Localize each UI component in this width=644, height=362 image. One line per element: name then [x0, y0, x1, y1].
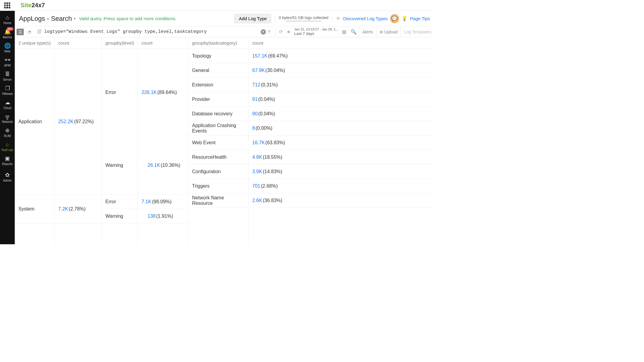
count-link[interactable]: 4.8K	[252, 154, 262, 160]
count-link[interactable]: 157.1K	[252, 53, 268, 59]
sidebar-item-applogs[interactable]: ⌕AppLogs	[0, 139, 15, 153]
network-icon: ╦	[0, 113, 15, 120]
sidebar-item-web[interactable]: 🌐Web	[0, 41, 15, 55]
type-cell[interactable]: System	[15, 195, 54, 224]
bulb-icon: 💡	[401, 16, 407, 21]
count-link[interactable]: 16.7K	[252, 140, 265, 145]
count-link[interactable]: 8	[252, 126, 255, 131]
count-link[interactable]: 7.1K	[141, 199, 151, 204]
count-pct: (0.04%)	[258, 111, 275, 117]
upload-tab[interactable]: ⊕Upload	[376, 27, 401, 37]
sidebar-item-alarms[interactable]: 99+🔔Alarms	[0, 27, 15, 41]
query-part-key: logtype=	[44, 29, 66, 34]
sidebar-item-label: Home	[3, 21, 11, 25]
task-cell[interactable]: Triggers	[188, 179, 248, 193]
task-name: Configuration	[192, 169, 221, 174]
add-log-type-button[interactable]: Add Log Type	[234, 14, 271, 23]
home-icon: ⌂	[0, 14, 15, 21]
star-icon[interactable]: ★	[286, 29, 291, 35]
task-cell[interactable]: Database recovery	[188, 107, 248, 121]
count-pct: (14.83%)	[263, 169, 282, 174]
sidebar-item-cloud[interactable]: ☁Cloud	[0, 97, 15, 111]
level-cell[interactable]: Error	[102, 49, 138, 136]
query-hint: Valid query. Press space to add more con…	[79, 16, 177, 21]
query-input[interactable]: logtype="Windows Event Logs" groupby typ…	[44, 29, 259, 34]
task-cell[interactable]: ResourceHealth	[188, 150, 248, 164]
count-cell: 3.9K(14.83%)	[249, 164, 434, 179]
sidebar-item-server[interactable]: ≣Server	[0, 69, 15, 83]
count-link[interactable]: 7.2K	[58, 206, 68, 212]
count-link[interactable]: 252.2K	[58, 119, 74, 124]
count-link[interactable]: 138	[147, 214, 156, 219]
table-view-toggle[interactable]: ☰	[17, 29, 24, 35]
count-pct: (97.22%)	[74, 119, 94, 124]
count-pct: (1.91%)	[156, 214, 173, 219]
task-cell[interactable]: Network Name Resource	[188, 193, 248, 208]
count-link[interactable]: 91	[252, 97, 258, 102]
sidebar-item-label: Admin	[3, 179, 11, 182]
help-icon[interactable]: ?	[268, 29, 270, 34]
count-cell: 226.1K(89.64%)	[138, 49, 188, 136]
apps-grid-icon[interactable]	[4, 2, 10, 8]
assistant-icon[interactable]: 💬	[390, 14, 399, 23]
calendar-icon[interactable]: ▦	[342, 29, 346, 35]
date-range-picker[interactable]: Jan 21, 13:19:27 - Jan 28, 1... Last 7 d…	[293, 27, 340, 36]
sidebar-item-home[interactable]: ⌂Home	[0, 13, 15, 27]
sidebar-item-vmware[interactable]: ❐VMware	[0, 83, 15, 97]
discovered-log-types-link[interactable]: Discovered Log Types	[343, 16, 388, 21]
level-name: Warning	[105, 163, 123, 168]
task-cell[interactable]: Application Crashing Events	[188, 121, 248, 136]
doc-icon[interactable]: 🗐	[37, 29, 42, 35]
drag-handle-icon[interactable]: ⋮	[141, 214, 146, 218]
count-link[interactable]: 67.9K	[252, 68, 265, 73]
count-link[interactable]: 226.1K	[141, 90, 157, 95]
task-cell[interactable]: Configuration	[188, 164, 248, 179]
type-cell[interactable]: Application	[15, 49, 54, 195]
alerts-tab[interactable]: Alerts	[359, 27, 376, 37]
count-pct: (0.00%)	[255, 126, 272, 131]
count-link[interactable]: 701	[252, 183, 260, 189]
sidebar-item-reports[interactable]: ▣Reports	[0, 153, 15, 167]
refresh-icon[interactable]: ⟳	[279, 29, 283, 35]
quota-text: 0 bytes/51 GB logs collected	[279, 15, 328, 20]
task-cell[interactable]: Web Event	[188, 136, 248, 150]
log-templates-label: Log Templates	[404, 30, 431, 34]
level-cell[interactable]: Warning	[102, 209, 138, 223]
sidebar-item-network[interactable]: ╦Network	[0, 111, 15, 125]
layers-icon: ❐	[0, 85, 15, 92]
level-cell[interactable]: Error	[102, 195, 138, 209]
search-icon[interactable]: 🔍	[351, 29, 357, 35]
page-title[interactable]: AppLogs - Search▾	[19, 15, 76, 23]
sidebar-item-apm[interactable]: 👓APM	[0, 55, 15, 69]
col-header-count: count	[55, 37, 102, 49]
task-cell[interactable]: General	[188, 63, 248, 78]
count-link[interactable]: 2.6K	[252, 198, 262, 203]
chart-view-toggle[interactable]: ◔	[26, 29, 33, 35]
count-cell: 7.1K(98.09%)	[138, 195, 188, 209]
sidebar-item-rum[interactable]: ⊕RUM	[0, 125, 15, 139]
task-cell[interactable]: Provider	[188, 92, 248, 107]
gear-icon: ✿	[0, 172, 15, 178]
task-cell[interactable]: Extension	[188, 78, 248, 92]
level-cell[interactable]: Warning	[102, 136, 138, 195]
count-link[interactable]: 712	[252, 82, 260, 88]
clear-query-icon[interactable]: ✕	[261, 29, 266, 35]
count-link[interactable]: 90	[252, 111, 258, 117]
results-table: 2 unique type(s) Application System coun…	[15, 37, 434, 244]
count-pct: (2.78%)	[69, 206, 86, 212]
count-pct: (0.31%)	[261, 82, 278, 88]
page-tips-link[interactable]: Page Tips	[410, 16, 430, 21]
quota-bar	[286, 20, 322, 22]
task-name: Triggers	[192, 183, 209, 189]
drag-handle-icon[interactable]: ⋮	[141, 164, 146, 167]
sidebar: ⌂Home 99+🔔Alarms 🌐Web 👓APM ≣Server ❐VMwa…	[0, 11, 15, 244]
count-link[interactable]: 26.1K	[147, 163, 160, 168]
brand-24x7: 24x7	[32, 2, 45, 8]
task-cell[interactable]: Topology	[188, 49, 248, 63]
task-name: Provider	[192, 97, 210, 102]
log-templates-tab[interactable]: Log Templates	[401, 27, 434, 37]
sidebar-item-label: APM	[4, 64, 11, 67]
count-link[interactable]: 3.9K	[252, 169, 262, 174]
sidebar-item-admin[interactable]: ✿Admin	[0, 170, 15, 184]
drag-handle-icon[interactable]: ⋮	[94, 120, 98, 123]
